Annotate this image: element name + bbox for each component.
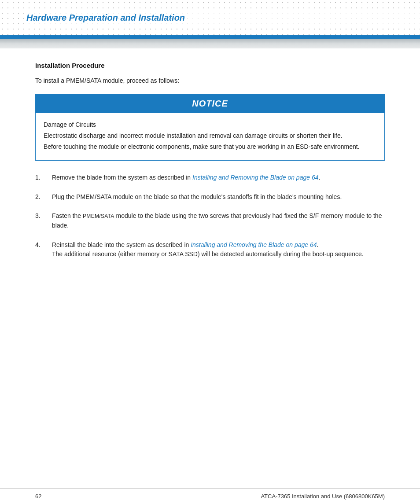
step2-text: Plug the PMEM/SATA module on the blade s… xyxy=(52,193,342,200)
notice-box: NOTICE Damage of Circuits Electrostatic … xyxy=(35,94,385,161)
step-content-4: Reinstall the blade into the system as d… xyxy=(52,240,385,259)
header-title-bar: Hardware Preparation and Installation xyxy=(26,11,420,25)
step3-text-before: Fasten the PMEM/SATA module to the blade… xyxy=(52,212,382,229)
footer: 62 ATCA-7365 Installation and Use (68068… xyxy=(0,488,420,504)
notice-line2: Before touching the module or electronic… xyxy=(44,142,376,151)
step-content-2: Plug the PMEM/SATA module on the blade s… xyxy=(52,192,385,202)
steps-list: 1. Remove the blade from the system as d… xyxy=(35,173,385,259)
list-item: 3. Fasten the PMEM/SATA module to the bl… xyxy=(35,211,385,230)
list-item: 1. Remove the blade from the system as d… xyxy=(35,173,385,183)
step1-text-after: . xyxy=(318,174,320,181)
step1-link[interactable]: Installing and Removing the Blade on pag… xyxy=(192,174,318,181)
intro-text: To install a PMEM/SATA module, proceed a… xyxy=(35,77,385,84)
step4-link[interactable]: Installing and Removing the Blade on pag… xyxy=(191,241,317,248)
step-number-2: 2. xyxy=(35,192,48,202)
footer-page-number: 62 xyxy=(35,493,41,500)
header-pattern: Hardware Preparation and Installation xyxy=(0,0,420,35)
gray-bar xyxy=(0,39,420,48)
step4-extra-line: The additional resource (either memory o… xyxy=(52,250,364,258)
step-content-3: Fasten the PMEM/SATA module to the blade… xyxy=(52,211,385,230)
step4-text-after: . xyxy=(317,241,319,248)
notice-damage-title: Damage of Circuits xyxy=(44,120,376,129)
main-content: Installation Procedure To install a PMEM… xyxy=(0,48,420,287)
notice-line1: Electrostatic discharge and incorrect mo… xyxy=(44,131,376,140)
notice-body: Damage of Circuits Electrostatic dischar… xyxy=(36,113,384,160)
step4-text-before: Reinstall the blade into the system as d… xyxy=(52,241,191,248)
step-number-1: 1. xyxy=(35,173,48,183)
step1-text-before: Remove the blade from the system as desc… xyxy=(52,174,192,181)
blue-stripe xyxy=(0,35,420,39)
list-item: 2. Plug the PMEM/SATA module on the blad… xyxy=(35,192,385,202)
step-content-1: Remove the blade from the system as desc… xyxy=(52,173,385,183)
notice-header: NOTICE xyxy=(36,94,384,113)
step-number-4: 4. xyxy=(35,240,48,259)
step-number-3: 3. xyxy=(35,211,48,230)
footer-doc-title: ATCA-7365 Installation and Use (6806800K… xyxy=(261,493,385,500)
step3-smallcaps: PMEM/SATA xyxy=(83,213,114,219)
list-item: 4. Reinstall the blade into the system a… xyxy=(35,240,385,259)
header-title: Hardware Preparation and Installation xyxy=(26,13,185,22)
section-title: Installation Procedure xyxy=(35,62,385,69)
